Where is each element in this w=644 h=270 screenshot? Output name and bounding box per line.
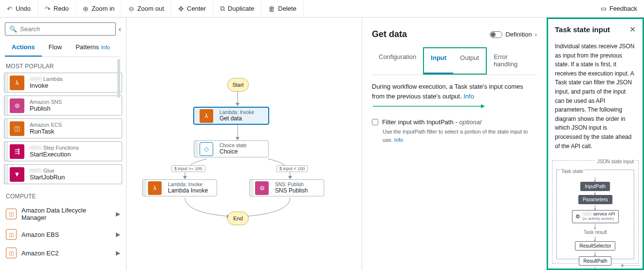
- canvas[interactable]: Start λ Lambda: InvokeGet data ◇ Choice …: [127, 18, 362, 270]
- delete-button[interactable]: 🗑Delete: [261, 0, 304, 17]
- action-sns-publish[interactable]: ⊚ Amazon SNSPublish: [4, 96, 122, 116]
- svg-marker-1: [236, 103, 239, 106]
- inspect-panel: Get data Definition › Configuration Inpu…: [362, 18, 547, 270]
- action-ecs-runtask[interactable]: ◫ Amazon ECSRunTask: [4, 118, 122, 138]
- lambda-icon: λ: [200, 109, 213, 123]
- redo-icon: ↷: [45, 5, 51, 13]
- glue-icon: ▼: [10, 167, 24, 182]
- section-popular: MOST POPULAR: [4, 57, 122, 73]
- diag-resultselector: ResultSelector: [575, 241, 615, 251]
- chevron-right-icon: ▶: [116, 211, 120, 217]
- service-icon: ◫: [6, 229, 17, 240]
- zoom-in-button[interactable]: ⊕Zoom in: [76, 0, 122, 17]
- undo-icon: ↶: [7, 5, 13, 13]
- close-icon[interactable]: ✕: [629, 25, 636, 34]
- list-item-dlm[interactable]: ◫Amazon Data Lifecycle Manager▶: [4, 203, 122, 225]
- node-get-data[interactable]: λ Lambda: InvokeGet data: [194, 107, 269, 124]
- help-panel: Task state input ✕ Individual states rec…: [547, 18, 644, 270]
- zoom-out-icon: ⊖: [129, 5, 134, 13]
- zoom-out-button[interactable]: ⊖Zoom out: [122, 0, 171, 17]
- service-icon: ◫: [6, 248, 17, 258]
- help-diagram: JSON state input Task state InputPath Pa…: [552, 160, 639, 264]
- node-choice[interactable]: ◇ Choice stateChoice: [194, 140, 269, 157]
- svg-marker-9: [481, 104, 485, 108]
- chevron-right-icon: ›: [535, 31, 537, 38]
- duplicate-icon: ⧉: [220, 4, 225, 13]
- service-icon: ◫: [6, 209, 17, 219]
- chevron-right-icon: ▶: [116, 250, 120, 256]
- svg-marker-5: [288, 176, 292, 179]
- inspect-description: During workflow execution, a Task state'…: [372, 83, 523, 100]
- feedback-button[interactable]: ▭Feedback: [594, 0, 644, 17]
- list-item-ebs[interactable]: ◫Amazon EBS▶: [4, 225, 122, 244]
- help-title: Task state input: [555, 25, 610, 34]
- action-lambda-invoke[interactable]: λ AWSLambdaInvoke: [4, 73, 122, 93]
- redo-button[interactable]: ↷Redo: [38, 0, 76, 17]
- diag-parameters: Parameters: [578, 195, 612, 204]
- search-input[interactable]: [20, 25, 111, 33]
- sidebar-tabs: Actions Flow PatternsInfo: [5, 39, 121, 57]
- chevron-right-icon: ▶: [116, 231, 120, 238]
- condition-right: $.input < 100: [276, 165, 308, 172]
- feedback-icon: ▭: [601, 5, 607, 12]
- info-link[interactable]: Info: [394, 137, 403, 143]
- node-lambda-invoke[interactable]: λ Lambda: InvokeLambda Invoke: [142, 179, 217, 196]
- trash-icon: 🗑: [268, 5, 275, 13]
- sns-icon: ⊚: [255, 181, 269, 195]
- inspect-tabs: Configuration Input Output Error handlin…: [372, 47, 537, 75]
- tab-configuration[interactable]: Configuration: [372, 47, 423, 75]
- zoom-in-icon: ⊕: [83, 5, 89, 13]
- inputpath-label: Filter input with InputPath - optional: [382, 117, 481, 127]
- choice-icon: ◇: [200, 142, 213, 156]
- inputpath-help: Use the InputPath filter to select a por…: [383, 128, 537, 144]
- duplicate-button[interactable]: ⧉Duplicate: [213, 0, 261, 17]
- tab-input[interactable]: Input: [424, 48, 453, 74]
- action-glue-start[interactable]: ▼ AWSGlueStartJobRun: [4, 164, 122, 184]
- diag-inputpath: InputPath: [581, 182, 610, 191]
- center-icon: ✥: [178, 5, 184, 13]
- tab-output[interactable]: Output: [453, 48, 486, 74]
- search-box[interactable]: 🔍: [5, 22, 116, 36]
- help-body-text: Individual states receive JSON as input …: [548, 40, 643, 155]
- search-icon: 🔍: [9, 25, 17, 33]
- scrollbar[interactable]: [117, 59, 120, 98]
- undo-button[interactable]: ↶Undo: [0, 0, 38, 17]
- tab-error-handling[interactable]: Error handling: [487, 47, 537, 75]
- ecs-icon: ◫: [10, 121, 24, 136]
- collapse-sidebar-icon[interactable]: ‹: [119, 25, 121, 34]
- section-compute: COMPUTE: [4, 187, 122, 203]
- stepfunctions-icon: ⇶: [10, 144, 24, 159]
- definition-toggle[interactable]: Definition ›: [490, 31, 537, 38]
- node-sns-publish[interactable]: ⊚ SNS: PublishSNS Publish: [249, 179, 324, 196]
- sidebar: 🔍 ‹ Actions Flow PatternsInfo MOST POPUL…: [0, 18, 127, 270]
- svg-marker-4: [183, 176, 187, 179]
- diag-task-result: Task result: [584, 230, 607, 235]
- inputpath-checkbox[interactable]: [372, 119, 378, 125]
- toolbar: ↶Undo ↷Redo ⊕Zoom in ⊖Zoom out ✥Center ⧉…: [0, 0, 644, 18]
- info-arrow-icon: [373, 104, 485, 108]
- svg-marker-3: [236, 137, 239, 140]
- lambda-icon: λ: [148, 181, 162, 195]
- gear-icon: ⚙: [575, 213, 580, 220]
- node-start[interactable]: Start: [227, 78, 249, 92]
- tab-actions[interactable]: Actions: [5, 39, 42, 57]
- diag-resultpath: ResultPath: [579, 256, 612, 266]
- condition-left: $.input >= 100: [171, 165, 205, 172]
- info-link[interactable]: Info: [463, 93, 474, 100]
- inspect-title: Get data: [372, 29, 407, 39]
- node-end[interactable]: End: [227, 212, 249, 225]
- tab-flow[interactable]: Flow: [42, 39, 69, 57]
- diag-api: ⚙ AWS service API(or activity worker): [572, 210, 619, 223]
- action-sfn-start[interactable]: ⇶ AWSStep FunctionsStartExecution: [4, 141, 122, 161]
- lambda-icon: λ: [10, 76, 24, 90]
- list-item-ec2[interactable]: ◫Amazon EC2▶: [4, 244, 122, 262]
- sns-icon: ⊚: [10, 98, 24, 113]
- tab-patterns[interactable]: PatternsInfo: [69, 39, 117, 57]
- center-button[interactable]: ✥Center: [171, 0, 213, 17]
